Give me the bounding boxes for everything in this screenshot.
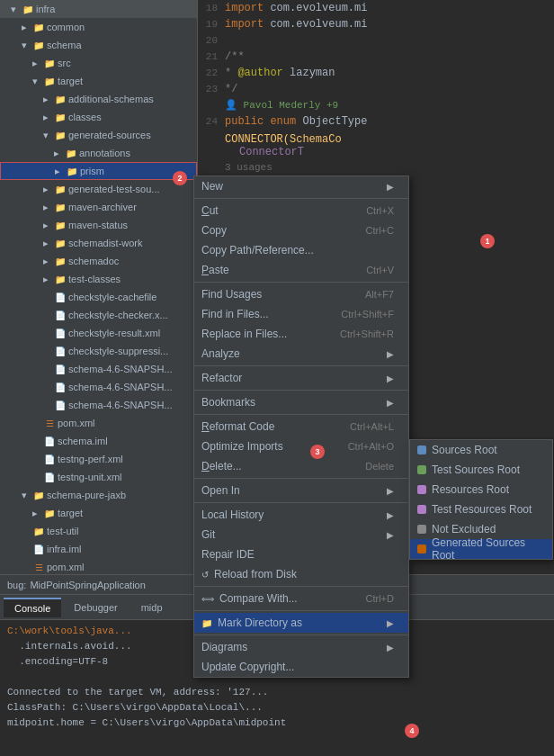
submenu-sources-root[interactable]: Sources Root	[410, 440, 552, 460]
tree-label: checkstyle-checker.x...	[68, 310, 168, 320]
submenu-generated-sources-root[interactable]: Generated Sources Root	[410, 539, 552, 559]
menu-reformat[interactable]: Reformat Code Ctrl+Alt+L	[194, 417, 408, 436]
badge-2: 2	[173, 171, 187, 185]
expand-icon: ▸	[40, 201, 52, 213]
menu-copy[interactable]: Copy Ctrl+C	[194, 220, 408, 240]
tree-item-annotations[interactable]: ▸ 📁 annotations	[0, 144, 197, 162]
menu-open-in[interactable]: Open In ▶	[194, 481, 408, 500]
tree-item-additional-schemas[interactable]: ▸ 📁 additional-schemas	[0, 90, 197, 108]
menu-sep-8	[194, 586, 408, 587]
code-line-23: 23 */	[198, 81, 554, 97]
tree-item-src[interactable]: ▸ 📁 src	[0, 54, 197, 72]
expand-icon: ▾	[18, 39, 31, 51]
tree-label: pom.xml	[47, 562, 85, 572]
menu-copy-path[interactable]: Copy Path/Reference...	[194, 240, 408, 260]
tree-item-schema-pure-jaxb[interactable]: ▾ 📁 schema-pure-jaxb	[0, 486, 197, 504]
tree-item-checkstyle-result[interactable]: 📄 checkstyle-result.xml	[0, 324, 197, 342]
local-history-arrow: ▶	[387, 510, 394, 520]
file-tree: ▾ 📁 infra ▸ 📁 common ▾ 📁 schema ▸ 📁 src …	[0, 0, 198, 594]
tab-debugger[interactable]: Debugger	[63, 598, 128, 616]
menu-cut[interactable]: Cut Ctrl+X	[194, 201, 408, 220]
menu-local-history[interactable]: Local History ▶	[194, 505, 408, 525]
tree-label: common	[47, 22, 85, 32]
menu-refactor[interactable]: Refactor ▶	[194, 368, 408, 388]
menu-mark-directory[interactable]: 📁 Mark Directory as ▶	[194, 613, 408, 633]
folder-icon: 📁	[54, 201, 67, 213]
tree-label: schema-pure-jaxb	[47, 490, 126, 500]
tree-item-pom[interactable]: ☰ pom.xml	[0, 414, 197, 432]
menu-local-history-label: Local History	[201, 508, 264, 521]
menu-sep-1	[194, 198, 408, 199]
tree-item-generated-sources[interactable]: ▾ 📁 generated-sources	[0, 126, 197, 144]
tab-midp[interactable]: midp	[130, 598, 174, 616]
tree-item-schema-2[interactable]: 📄 schema-4.6-SNAPSH...	[0, 378, 197, 396]
menu-delete[interactable]: Delete... Delete	[194, 456, 408, 476]
menu-reformat-label: Reformat Code	[201, 420, 274, 433]
menu-new[interactable]: New ▶	[194, 176, 408, 196]
tree-item-generated-test[interactable]: ▸ 📁 generated-test-sou...	[0, 180, 197, 198]
menu-compare-with[interactable]: ⟺ Compare With... Ctrl+D	[194, 589, 408, 608]
tree-item-schema-iml[interactable]: 📄 schema.iml	[0, 432, 197, 450]
tree-item-maven-archiver[interactable]: ▸ 📁 maven-archiver	[0, 198, 197, 216]
menu-analyze[interactable]: Analyze ▶	[194, 344, 408, 364]
menu-update-copyright[interactable]: Update Copyright...	[194, 657, 408, 677]
file-icon: 📄	[54, 345, 67, 357]
menu-optimize[interactable]: Optimize Imports Ctrl+Alt+O	[194, 436, 408, 456]
tree-item-target2[interactable]: ▸ 📁 target	[0, 504, 197, 522]
tree-item-maven-status[interactable]: ▸ 📁 maven-status	[0, 216, 197, 234]
menu-reload-disk[interactable]: ↺ Reload from Disk	[194, 564, 408, 584]
tree-item-classes[interactable]: ▸ 📁 classes	[0, 108, 197, 126]
tree-item-prism[interactable]: ▸ 📁 prism	[0, 162, 197, 180]
submenu-test-resources-root[interactable]: Test Resources Root	[410, 500, 552, 519]
tree-item-pom-xml[interactable]: ☰ pom.xml	[0, 558, 197, 576]
expand-icon	[40, 345, 52, 357]
menu-new-label: New	[201, 180, 223, 193]
tree-item-checkstyle-checker[interactable]: 📄 checkstyle-checker.x...	[0, 306, 197, 324]
tree-item-testng-unit[interactable]: 📄 testng-unit.xml	[0, 468, 197, 486]
sources-root-icon	[417, 446, 426, 454]
folder-icon: 📁	[54, 219, 67, 231]
tree-item-schema-3[interactable]: 📄 schema-4.6-SNAPSH...	[0, 396, 197, 414]
tree-item-infra-iml[interactable]: 📄 infra.iml	[0, 540, 197, 558]
folder-icon: 📁	[54, 255, 67, 267]
menu-cut-shortcut: Ctrl+X	[366, 205, 394, 216]
tree-label: testng-perf.xml	[58, 454, 123, 464]
tree-item-target[interactable]: ▾ 📁 target	[0, 72, 197, 90]
menu-replace-files[interactable]: Replace in Files... Ctrl+Shift+R	[194, 324, 408, 344]
folder-icon: 📁	[54, 129, 67, 141]
menu-copy-shortcut: Ctrl+C	[366, 225, 394, 236]
tree-item-infra[interactable]: ▾ 📁 infra	[0, 0, 197, 18]
menu-find-files[interactable]: Find in Files... Ctrl+Shift+F	[194, 304, 408, 324]
folder-icon: 📁	[65, 147, 77, 159]
menu-bookmarks[interactable]: Bookmarks ▶	[194, 392, 408, 412]
folder-icon: 📁	[22, 3, 34, 15]
expand-icon	[40, 309, 52, 321]
expand-icon: ▸	[51, 165, 64, 177]
tree-item-schema-1[interactable]: 📄 schema-4.6-SNAPSH...	[0, 360, 197, 378]
submenu-resources-root[interactable]: Resources Root	[410, 480, 552, 500]
tree-item-checkstyle-cache[interactable]: 📄 checkstyle-cachefile	[0, 288, 197, 306]
tree-item-checkstyle-suppress[interactable]: 📄 checkstyle-suppressi...	[0, 342, 197, 360]
connector-label: CONNECTOR(SchemaCo	[225, 133, 554, 146]
menu-paste[interactable]: Paste Ctrl+V	[194, 260, 408, 280]
submenu-mark-directory: Sources Root Test Sources Root Resources…	[409, 439, 553, 560]
tree-item-common[interactable]: ▸ 📁 common	[0, 18, 197, 36]
menu-git[interactable]: Git ▶	[194, 525, 408, 544]
submenu-test-sources-root[interactable]: Test Sources Root	[410, 460, 552, 480]
expand-icon: ▸	[29, 507, 41, 519]
tree-item-test-util[interactable]: 📁 test-util	[0, 522, 197, 540]
folder-icon: 📁	[54, 93, 67, 105]
tab-console[interactable]: Console	[4, 598, 61, 617]
tree-item-testng-perf[interactable]: 📄 testng-perf.xml	[0, 450, 197, 468]
menu-git-label: Git	[201, 528, 215, 541]
tree-item-test-classes[interactable]: ▸ 📁 test-classes	[0, 270, 197, 288]
folder-icon: 📁	[32, 525, 45, 537]
menu-sep-9	[194, 610, 408, 611]
menu-repair-ide[interactable]: Repair IDE	[194, 544, 408, 564]
tree-item-schema[interactable]: ▾ 📁 schema	[0, 36, 197, 54]
folder-icon: 📁	[54, 111, 67, 123]
menu-diagrams[interactable]: Diagrams ▶	[194, 637, 408, 657]
tree-item-schemadoc[interactable]: ▸ 📁 schemadoc	[0, 252, 197, 270]
menu-find-usages[interactable]: Find Usages Alt+F7	[194, 284, 408, 304]
tree-item-schemadist-work[interactable]: ▸ 📁 schemadist-work	[0, 234, 197, 252]
